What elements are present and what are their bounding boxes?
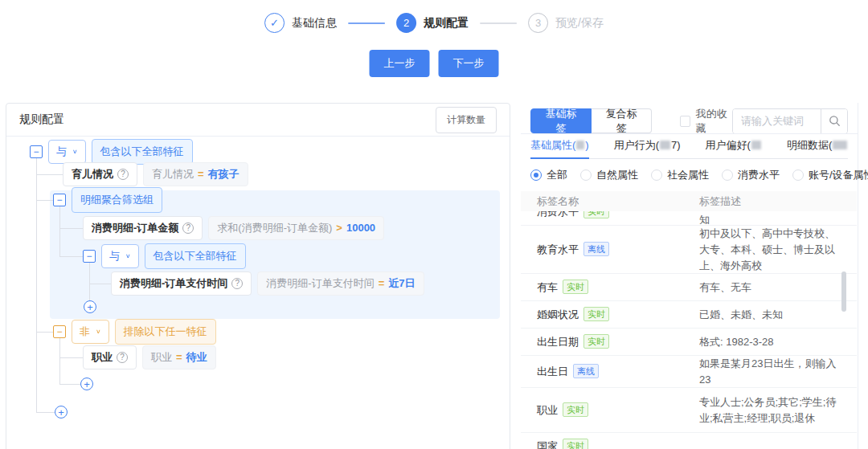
attr-filter-radios: 全部 自然属性 社会属性 消费水平 账号/设备属性 (530, 168, 868, 182)
condition-field-box[interactable]: 育儿情况 ? (63, 162, 137, 186)
search-button[interactable] (821, 109, 847, 133)
tag-name: 出生日期 (537, 336, 579, 348)
radio-selected-icon (530, 169, 542, 181)
help-icon[interactable]: ? (231, 278, 243, 289)
column-header-name: 标签名称 (521, 194, 699, 209)
tag-table-body[interactable]: 消费水平实时 高消费、中消费、低消费、未知 教育水平离线 初中及以下、高中中专技… (521, 211, 857, 449)
rule-config-panel: 规则配置 计算数量 − 与 ∨ (6, 103, 510, 449)
tag-desc: 已婚、未婚、未知 (699, 307, 857, 323)
radio-icon (651, 169, 662, 181)
tag-search (732, 108, 848, 134)
help-icon[interactable]: ? (117, 352, 128, 363)
condition-expression-box[interactable]: 消费明细-订单支付时间 = 近7日 (257, 271, 424, 296)
realtime-badge: 实时 (563, 402, 588, 417)
cond-field: 育儿情况 (152, 167, 194, 182)
composite-tags-tab[interactable]: 复合标签 (592, 108, 652, 133)
add-group-button[interactable]: + (55, 406, 68, 418)
tag-desc: 有车、无车 (699, 280, 857, 296)
tag-table-header: 标签名称 标签描述 (521, 191, 857, 211)
field-label: 育儿情况 (72, 167, 113, 182)
radio-icon (580, 169, 592, 181)
radio-all[interactable]: 全部 (530, 168, 567, 182)
my-favorites-checkbox[interactable] (680, 116, 690, 127)
tag-desc: 初中及以下、高中中专技校、大专、本科、硕士、博士及以上、海外高校 (699, 226, 857, 274)
radio-label: 社会属性 (667, 168, 709, 182)
chevron-down-icon: ∨ (96, 329, 101, 335)
operator-label: 与 (109, 249, 120, 263)
table-row-consumption-level[interactable]: 消费水平实时 高消费、中消费、低消费、未知 (521, 211, 857, 225)
radio-label: 账号/设备属性 (809, 168, 868, 182)
not-operator-select[interactable]: 非 ∨ (72, 320, 109, 344)
condition-field-box[interactable]: 消费明细-订单金额 ? (83, 216, 203, 240)
tag-name: 教育水平 (537, 243, 579, 255)
radio-account-device-attrs[interactable]: 账号/设备属性 (792, 168, 868, 182)
condition-expression-box[interactable]: 求和(消费明细-订单金额) > 10000 (208, 216, 384, 240)
table-row-occupation[interactable]: 职业实时 专业人士;公务员;其它;学生;待业;私营主;经理;职员;退休 (521, 387, 857, 432)
tree-line (36, 174, 63, 175)
collapse-icon[interactable]: − (30, 145, 43, 158)
add-condition-button[interactable]: + (80, 378, 93, 390)
radio-consumption-level[interactable]: 消费水平 (722, 168, 780, 182)
collapse-icon[interactable]: − (53, 194, 66, 206)
condition-field-box[interactable]: 职业 ? (83, 345, 137, 369)
search-input[interactable] (733, 109, 821, 133)
cond-value: 近7日 (388, 276, 415, 291)
tab-user-preference[interactable]: 用户偏好( (706, 138, 762, 158)
redacted-count (833, 141, 847, 149)
add-condition-button[interactable]: + (84, 300, 96, 313)
cond-field: 求和(消费明细-订单金额) (217, 221, 332, 235)
my-favorites-checkbox-group[interactable]: 我的收藏 (680, 107, 732, 136)
help-icon[interactable]: ? (182, 222, 194, 234)
tag-name: 职业 (537, 404, 558, 416)
field-label: 消费明细-订单金额 (92, 221, 178, 235)
tag-name: 有车 (537, 281, 558, 293)
realtime-badge: 实时 (583, 307, 609, 321)
redacted-count (576, 141, 584, 149)
table-row-marital-status[interactable]: 婚姻状况实时 已婚、未婚、未知 (521, 300, 857, 328)
table-row-education-level[interactable]: 教育水平离线 初中及以下、高中中专技校、大专、本科、硕士、博士及以上、海外高校 (521, 225, 857, 273)
next-step-button[interactable]: 下一步 (439, 50, 499, 77)
operator-label: 与 (56, 145, 67, 159)
condition-expression-box[interactable]: 职业 = 待业 (142, 345, 216, 369)
table-row-birth-date[interactable]: 出生日期实时 格式: 1982-3-28 (521, 328, 857, 355)
cond-field: 消费明细-订单支付时间 (266, 276, 374, 291)
scrollbar-thumb[interactable] (841, 271, 846, 312)
radio-social-attrs[interactable]: 社会属性 (651, 168, 709, 182)
basic-tags-tab[interactable]: 基础标签 (530, 108, 592, 133)
cond-operator: = (379, 277, 385, 289)
cond-operator: = (198, 168, 204, 180)
step-done-check-icon: ✓ (264, 13, 285, 33)
root-operator-select[interactable]: 与 ∨ (48, 140, 86, 164)
prev-step-button[interactable]: 上一步 (370, 50, 430, 77)
table-row-has-car[interactable]: 有车实时 有车、无车 (521, 273, 857, 300)
condition-field-box[interactable]: 消费明细-订单支付时间 ? (111, 271, 252, 296)
cond-value: 10000 (346, 222, 375, 234)
my-favorites-label: 我的收藏 (696, 107, 732, 136)
condition-expression-box[interactable]: 育儿情况 = 有孩子 (143, 162, 248, 186)
tab-basic-attrs[interactable]: 基础属性() (530, 138, 589, 158)
step-preview-save: 3 预览/保存 (528, 13, 604, 33)
radio-natural-attrs[interactable]: 自然属性 (580, 168, 638, 182)
collapse-icon[interactable]: − (53, 325, 66, 338)
chevron-down-icon: ∨ (125, 253, 131, 259)
tab-detail-data[interactable]: 明细数据( (787, 138, 848, 158)
collapse-icon[interactable]: − (83, 250, 96, 263)
help-icon[interactable]: ? (117, 169, 129, 180)
tag-desc: 格式: 1982-3-28 (699, 334, 857, 350)
tab-user-behavior[interactable]: 用户行为(7) (614, 138, 681, 158)
radio-icon (722, 169, 733, 181)
step-connector (480, 22, 517, 24)
tree-line (36, 332, 53, 333)
calc-count-button[interactable]: 计算数量 (436, 107, 497, 133)
tag-name: 婚姻状况 (537, 308, 579, 320)
tag-panel-toolbar: 基础标签 复合标签 我的收藏 (530, 108, 848, 133)
search-icon (829, 115, 841, 127)
step-basic-info: ✓ 基础信息 (264, 13, 337, 33)
tree-line (36, 412, 56, 413)
wizard-nav: 上一步 下一步 (370, 50, 499, 77)
tree-line (36, 200, 53, 201)
table-row-country[interactable]: 国家实时 (521, 432, 857, 449)
nested-operator-select[interactable]: 与 ∨ (101, 244, 139, 268)
tag-name: 消费水平 (537, 211, 579, 218)
table-row-birth-day[interactable]: 出生日离线 如果是某月23日出生，则输入23 (521, 355, 857, 387)
